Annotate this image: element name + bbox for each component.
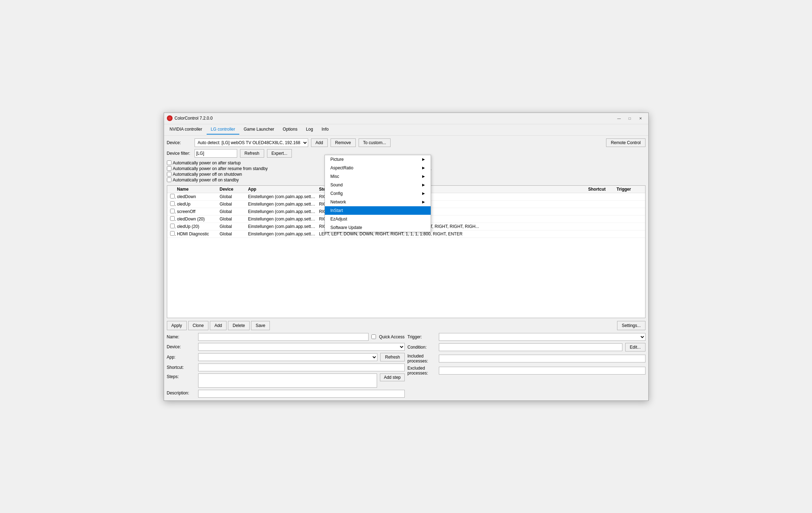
quick-access-label: Quick Access xyxy=(379,334,404,339)
row-check-3[interactable] xyxy=(169,216,176,222)
checkbox-power-startup-label: Automatically power on after startup xyxy=(173,160,241,165)
filter-label: Device filter: xyxy=(167,151,192,156)
tab-nvidia[interactable]: NVIDIA controller xyxy=(165,125,207,135)
shortcut-row: Shortcut: xyxy=(167,364,405,371)
row-check-2[interactable] xyxy=(169,209,176,214)
close-button[interactable]: ✕ xyxy=(636,115,645,122)
row-app-4: Einstellungen (com.palm.app.settin... xyxy=(247,224,318,229)
checkbox-power-startup-input[interactable] xyxy=(167,160,171,165)
row-app-5: Einstellungen (com.palm.app.settin... xyxy=(247,231,318,236)
row-device-3: Global xyxy=(218,217,247,222)
settings-button[interactable]: Settings... xyxy=(617,321,645,330)
desc-label: Description: xyxy=(167,391,195,395)
row-device-1: Global xyxy=(218,202,247,207)
menu-item-sound-label: Sound xyxy=(331,182,343,187)
row-app-0: Einstellungen (com.palm.app.settin... xyxy=(247,194,318,199)
trigger-select[interactable] xyxy=(439,333,645,341)
menu-item-config[interactable]: Config ▶ xyxy=(325,189,431,198)
app-refresh-button[interactable]: Refresh xyxy=(380,353,404,361)
excluded-label: Excluded processes: xyxy=(408,366,436,376)
menu-item-instart[interactable]: InStart xyxy=(325,206,431,215)
checkbox-power-standby-input[interactable] xyxy=(167,178,171,182)
app-label: App: xyxy=(167,355,195,360)
tab-lg[interactable]: LG controller xyxy=(207,125,240,135)
name-input[interactable] xyxy=(198,333,369,341)
save-button[interactable]: Save xyxy=(251,321,270,330)
minimize-button[interactable]: — xyxy=(614,115,624,122)
remove-device-button[interactable]: Remove xyxy=(331,138,356,147)
title-bar-controls: — □ ✕ xyxy=(614,115,645,122)
app-icon xyxy=(167,115,173,121)
tab-log[interactable]: Log xyxy=(302,125,317,135)
chevron-right-icon-2: ▶ xyxy=(422,166,425,170)
menu-item-software-update-label: Software Update xyxy=(331,225,362,230)
chevron-right-icon-5: ▶ xyxy=(422,191,425,195)
included-label: Included processes: xyxy=(408,354,436,364)
quick-access-checkbox[interactable] xyxy=(371,334,376,339)
steps-textarea[interactable] xyxy=(198,373,377,388)
row-check-5[interactable] xyxy=(169,231,176,237)
expert-button[interactable]: Expert... xyxy=(267,149,292,158)
menu-item-network[interactable]: Network ▶ xyxy=(325,198,431,206)
chevron-right-icon-6: ▶ xyxy=(422,200,425,204)
delete-button[interactable]: Delete xyxy=(228,321,250,330)
app-select[interactable] xyxy=(198,353,378,361)
condition-input[interactable] xyxy=(439,343,622,351)
row-check-1[interactable] xyxy=(169,201,176,207)
condition-label: Condition: xyxy=(408,345,436,350)
menu-item-misc[interactable]: Misc ▶ xyxy=(325,172,431,181)
apply-button[interactable]: Apply xyxy=(167,321,187,330)
add-step-button[interactable]: Add step xyxy=(380,373,404,381)
excluded-row: Excluded processes: xyxy=(408,366,645,376)
window-title: ColorControl 7.2.0.0 xyxy=(175,116,213,121)
title-bar-left: ColorControl 7.2.0.0 xyxy=(167,115,213,121)
add-device-button[interactable]: Add xyxy=(311,138,328,147)
checkbox-power-resume-input[interactable] xyxy=(167,166,171,171)
checkbox-power-resume-label: Automatically power on after resume from… xyxy=(173,166,268,171)
menu-item-software-update[interactable]: Software Update xyxy=(325,223,431,232)
steps-label: Steps: xyxy=(167,374,195,379)
row-app-1: Einstellungen (com.palm.app.settin... xyxy=(247,202,318,207)
device-form-select[interactable] xyxy=(198,343,405,351)
menu-item-aspect[interactable]: AspectRatio ▶ xyxy=(325,164,431,172)
maximize-button[interactable]: □ xyxy=(625,115,635,122)
menu-item-aspect-label: AspectRatio xyxy=(331,165,354,170)
device-label: Device: xyxy=(167,140,192,145)
menu-item-picture[interactable]: Picture ▶ xyxy=(325,155,431,164)
included-input[interactable] xyxy=(439,355,645,362)
tab-options[interactable]: Options xyxy=(278,125,301,135)
chevron-right-icon: ▶ xyxy=(422,157,425,161)
desc-input[interactable] xyxy=(198,390,405,398)
row-name-4: oledUp (20) xyxy=(176,224,218,229)
row-check-0[interactable] xyxy=(169,194,176,200)
add-button[interactable]: Add xyxy=(210,321,227,330)
tab-game[interactable]: Game Launcher xyxy=(239,125,278,135)
form-section: Name: Quick Access Device: App: Refresh … xyxy=(167,333,645,398)
tab-info[interactable]: Info xyxy=(317,125,333,135)
app-form-row: App: Refresh xyxy=(167,353,405,361)
trigger-label: Trigger: xyxy=(408,334,436,339)
custom-button[interactable]: To custom... xyxy=(359,138,391,147)
excluded-input[interactable] xyxy=(439,367,645,375)
menu-item-config-label: Config xyxy=(331,191,343,196)
checkbox-power-shutdown-label: Automatically power off on shutdown xyxy=(173,172,242,177)
col-trigger: Trigger xyxy=(615,187,644,192)
menu-item-sound[interactable]: Sound ▶ xyxy=(325,181,431,189)
menu-bar: NVIDIA controller LG controller Game Lau… xyxy=(164,124,648,136)
row-name-5: HDMI Diagnostic xyxy=(176,231,218,236)
clone-button[interactable]: Clone xyxy=(188,321,208,330)
edit-button[interactable]: Edit... xyxy=(625,343,645,351)
refresh-filter-button[interactable]: Refresh xyxy=(240,149,264,158)
checkbox-power-shutdown-input[interactable] xyxy=(167,172,171,176)
context-menu: Picture ▶ AspectRatio ▶ Misc ▶ Sound ▶ C… xyxy=(325,155,431,232)
row-device-5: Global xyxy=(218,231,247,236)
shortcut-input[interactable] xyxy=(198,364,405,371)
menu-item-instart-label: InStart xyxy=(331,208,343,213)
menu-item-ezadjust[interactable]: EzAdjust xyxy=(325,215,431,223)
device-select[interactable]: Auto detect: [LG] webOS TV OLED48CX8LC, … xyxy=(195,138,308,147)
main-window: ColorControl 7.2.0.0 — □ ✕ NVIDIA contro… xyxy=(164,113,649,401)
filter-input[interactable] xyxy=(195,149,237,158)
row-check-4[interactable] xyxy=(169,224,176,229)
remote-control-button[interactable]: Remote Control xyxy=(606,138,645,147)
checkbox-use-wi: Use Wi... xyxy=(407,178,645,182)
